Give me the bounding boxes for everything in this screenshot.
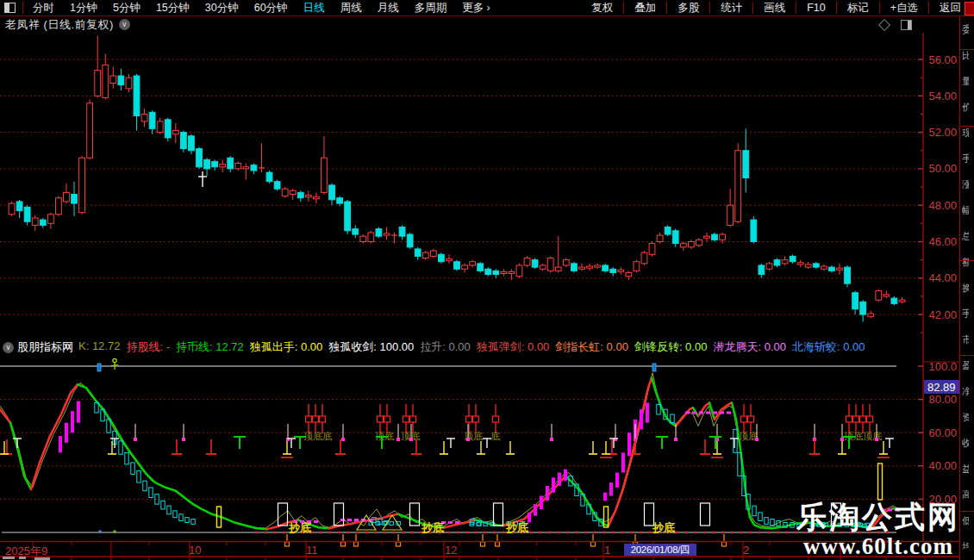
indicator-field-7: 剑指长虹: 0.00 [555,339,628,355]
strip-char: 均 [962,540,969,553]
toolbar-divider [879,2,880,14]
period-item-4[interactable]: 30分钟 [197,1,247,16]
watermark: 乐淘公式网 www.60lt.com [796,501,960,558]
action-menu: 复权叠加多股统计画线F10标记+自选返回 [583,1,974,16]
indicator-name[interactable]: 股朋指标网 [17,339,73,355]
svg-text:44.00: 44.00 [928,271,957,284]
svg-text:底: 底 [490,431,500,441]
diamond-icon[interactable] [878,18,890,30]
strip-divider [960,126,974,127]
period-item-0[interactable]: 分时 [25,1,62,16]
title-bar: 老凤祥 (日线.前复权) ∨ [0,16,974,33]
svg-text:顶底: 顶底 [739,431,758,441]
panel-toggle-icon[interactable] [901,20,912,30]
toolbar-divider [836,2,837,14]
strip-char: 手 [962,152,969,165]
strip-char: 市 [962,333,969,346]
svg-text:顶底底: 顶底底 [303,431,332,441]
strip-char: 额 [962,256,969,269]
toolbar-divider [709,2,710,14]
window-split-icon[interactable] [4,3,16,13]
indicator-field-3: 独孤出手: 0.00 [250,339,323,355]
strip-char: 涨 [962,178,969,191]
period-item-9[interactable]: 多周期 [407,1,455,16]
svg-text:50.00: 50.00 [928,162,957,175]
svg-text:42.00: 42.00 [928,308,957,321]
svg-text:46.00: 46.00 [928,235,957,248]
main-candlestick-chart[interactable] [0,36,918,322]
period-item-8[interactable]: 月线 [370,1,407,16]
period-item-3[interactable]: 15分钟 [148,1,197,16]
indicator-field-9: 潜龙腾天: 0.00 [713,339,786,355]
strip-char: 净 [962,385,969,398]
clipped-row-fragment [3,557,15,559]
watermark-url: www.60lt.com [796,534,960,558]
period-item-6[interactable]: 日线 [296,1,333,16]
period-item-10[interactable]: 更多 › [454,1,498,16]
period-item-7[interactable]: 周线 [333,1,370,16]
clipped-row-fragment [19,557,26,559]
toolbar-divider [928,2,929,14]
strip-char: 委 [962,23,969,36]
strip-char: 低 [962,514,969,527]
period-item-1[interactable]: 1分钟 [62,1,105,16]
period-toolbar: 分时1分钟5分钟15分钟30分钟60分钟日线周线月线多周期更多 › 复权叠加多股… [0,0,974,16]
strip-divider [960,49,974,50]
indicator-field-4: 独孤收剑: 100.00 [328,339,414,355]
action-button-3[interactable]: 统计 [712,1,751,16]
svg-text:60.00: 60.00 [928,426,957,439]
strip-divider [960,260,974,261]
action-button-7[interactable]: +自选 [882,1,927,16]
toolbar-divider [22,2,23,14]
svg-text:抄底: 抄底 [421,521,444,534]
indicator-field-1: 持股线: - [126,339,170,355]
period-item-5[interactable]: 60分钟 [247,1,296,16]
strip-char: 换 [962,282,969,295]
action-button-5[interactable]: F10 [798,2,834,14]
stock-app-window: 顶底底顶底顶底顶底底顶底顶底顶底抄底抄底抄底抄底 56.0054.0052.00… [0,0,974,560]
indicator-field-5: 拉升: 0.00 [420,339,471,355]
indicator-field-6: 独孤弹剑: 0.00 [477,339,550,355]
svg-text:52.00: 52.00 [928,126,957,139]
action-button-4[interactable]: 画线 [755,1,794,16]
strip-char: 比 [962,49,969,62]
action-button-0[interactable]: 复权 [583,1,621,16]
right-panel-handle[interactable] [965,2,974,16]
strip-char: 量 [962,75,969,88]
strip-char: 益 [962,463,969,476]
indicator-field-8: 剑锋反转: 0.00 [634,339,708,355]
collapsed-right-panel[interactable]: 委比量价现手涨幅总额换手市盈净资收益高低均笔 [959,16,974,560]
indicator-panel-chart[interactable]: 顶底底顶底顶底顶底底顶底顶底顶底抄底抄底抄底抄底 [0,358,918,546]
indicator-collapse-icon[interactable]: ∨ [3,342,14,353]
toolbar-divider [666,2,667,14]
watermark-site-name: 乐淘公式网 [796,501,960,534]
action-button-1[interactable]: 叠加 [626,1,665,16]
svg-text:56.00: 56.00 [928,53,957,66]
svg-text:48.00: 48.00 [928,199,957,212]
strip-char: 手 [962,308,969,320]
toolbar-divider [796,2,796,14]
period-item-2[interactable]: 5分钟 [105,1,148,16]
action-button-6[interactable]: 标记 [839,1,877,16]
strip-char: 现 [962,127,969,140]
indicator-values: K: 12.72持股线: -持币线: 12.72独孤出手: 0.00独孤收剑: … [78,339,871,355]
toolbar-divider [623,2,624,14]
period-menu: 分时1分钟5分钟15分钟30分钟60分钟日线周线月线多周期更多 › [25,1,498,16]
strip-char: 资 [962,411,969,424]
svg-text:抄底: 抄底 [652,521,675,534]
svg-text:抄底: 抄底 [505,521,528,534]
strip-char: 总 [962,230,969,243]
svg-text:82.89: 82.89 [927,381,956,394]
action-button-2[interactable]: 多股 [669,1,708,16]
indicator-field-10: 北海斩蛟: 0.00 [792,339,865,355]
strip-char: 幅 [962,204,969,217]
strip-divider [960,511,974,512]
stock-title: 老凤祥 (日线.前复权) [5,17,114,33]
chevron-down-icon[interactable]: ∨ [119,19,130,30]
svg-text:54.00: 54.00 [928,90,957,103]
strip-char: 高 [962,488,969,501]
strip-char: 价 [962,101,969,114]
indicator-field-0: K: 12.72 [78,339,120,355]
strip-divider [960,355,974,356]
toolbar-divider [752,2,753,14]
